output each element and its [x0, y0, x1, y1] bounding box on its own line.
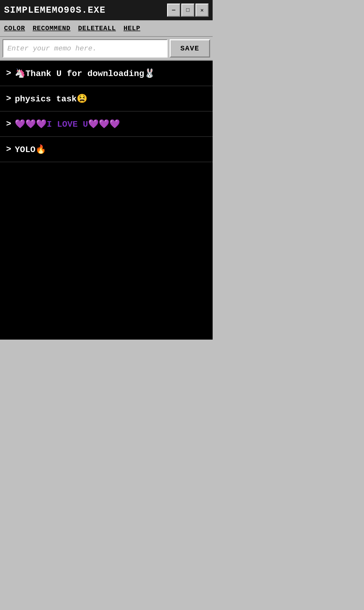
menu-help[interactable]: HELP: [124, 25, 140, 32]
menu-recommend[interactable]: RECOMMEND: [33, 25, 70, 32]
memo-arrow-3: >: [6, 119, 11, 129]
menu-color[interactable]: COLOR: [4, 25, 25, 32]
memo-input[interactable]: [3, 39, 168, 58]
memo-list: > 🦄Thank U for downloading🐰 > physics ta…: [0, 61, 213, 340]
menu-bar: COLOR RECOMMEND DELETEALL HELP: [0, 20, 213, 37]
memo-item-2[interactable]: > physics task😫: [0, 86, 213, 112]
maximize-button[interactable]: □: [181, 4, 194, 17]
save-button[interactable]: SAVE: [170, 39, 210, 58]
memo-item-1[interactable]: > 🦄Thank U for downloading🐰: [0, 61, 213, 86]
memo-arrow-2: >: [6, 94, 11, 103]
window-controls: — □ ✕: [167, 4, 209, 17]
close-button[interactable]: ✕: [195, 4, 209, 17]
minimize-button[interactable]: —: [167, 4, 180, 17]
memo-item-4[interactable]: > YOLO🔥: [0, 137, 213, 162]
memo-arrow-1: >: [6, 68, 11, 78]
memo-text-2: physics task😫: [15, 93, 87, 104]
memo-text-3: 💜💜💜I LOVE U💜💜💜: [15, 119, 120, 129]
empty-area: [0, 162, 213, 340]
app-title: SIMPLEMEMO90S.EXE: [4, 5, 106, 15]
input-area: SAVE: [0, 37, 213, 61]
memo-text-4: YOLO🔥: [15, 144, 46, 155]
memo-item-3[interactable]: > 💜💜💜I LOVE U💜💜💜: [0, 112, 213, 137]
menu-deleteall[interactable]: DELETEALL: [78, 25, 116, 32]
memo-arrow-4: >: [6, 144, 11, 154]
title-bar: SIMPLEMEMO90S.EXE — □ ✕: [0, 0, 213, 20]
memo-text-1: 🦄Thank U for downloading🐰: [15, 68, 155, 79]
